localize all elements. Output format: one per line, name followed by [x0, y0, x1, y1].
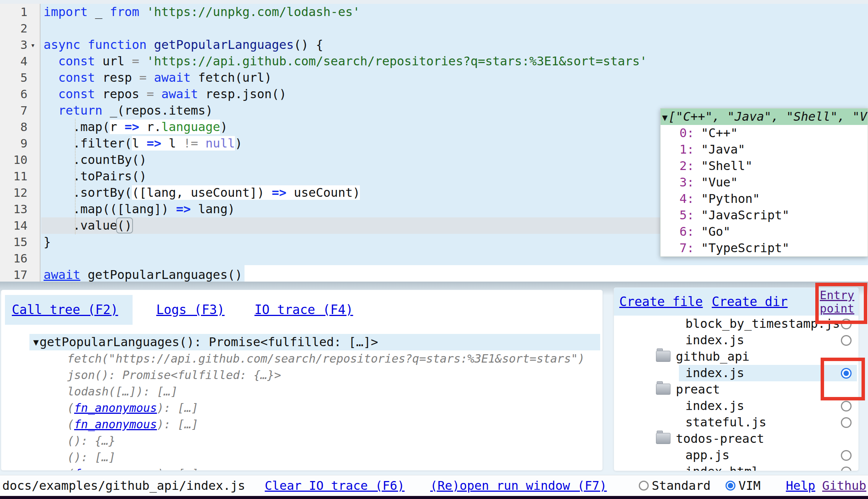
create-dir-button[interactable]: Create dir [712, 288, 788, 316]
line-number[interactable]: 11 [0, 168, 28, 185]
file-row-index.html[interactable]: index.html [614, 463, 858, 471]
code-token: const [58, 54, 95, 68]
line-number[interactable]: 9 [0, 135, 28, 152]
line-number[interactable]: 3 [0, 37, 28, 53]
value-inspector-header[interactable]: ▼["C++", "Java", "Shell", "V [661, 109, 868, 125]
call-tree-text: ( [67, 401, 74, 415]
code-line: const resp = await fetch(url) [41, 70, 868, 86]
line-number[interactable]: 16 [0, 250, 28, 267]
fold-marker-icon[interactable]: ▾ [31, 37, 38, 53]
mode-standard-option[interactable]: Standard [639, 475, 711, 496]
code-token: = [147, 87, 154, 101]
call-tree-row[interactable]: lodash([…]): […] [67, 383, 602, 400]
clear-io-trace-button[interactable]: Clear IO trace (F6) [265, 475, 405, 496]
status-bar: docs/examples/github_api/index.js Clear … [0, 475, 868, 496]
code-token [139, 5, 146, 19]
call-tree-row-selected[interactable]: ▼getPopularLanguages(): Promise<fulfille… [33, 334, 602, 350]
call-tree-text: ( [67, 418, 74, 431]
code-token: ) [235, 136, 242, 151]
code-token: 'https://api.github.com/search/repositor… [147, 54, 647, 68]
folder-row-todos-preact[interactable]: todos-preact [614, 431, 858, 447]
call-tree-row[interactable]: json(): Promise<fulfilled: {…}> [67, 367, 602, 383]
call-tree-row[interactable]: (): […] [67, 449, 602, 465]
code-token: return [58, 103, 103, 118]
line-number[interactable]: 8 [0, 119, 28, 135]
line-number[interactable]: 7 [0, 102, 28, 119]
call-tree-row[interactable]: (): {…} [67, 433, 602, 449]
code-token: from [110, 5, 139, 19]
tab-logs-f3-[interactable]: Logs (F3) [156, 295, 225, 325]
line-number[interactable]: 15 [0, 234, 28, 250]
file-row-stateful.js[interactable]: stateful.js [614, 414, 858, 431]
file-name: app.js [685, 448, 730, 462]
code-token: import [44, 5, 88, 19]
line-number[interactable]: 6 [0, 86, 28, 102]
array-value: "JavaScript" [694, 208, 789, 222]
entry-point-radio-button[interactable] [841, 417, 852, 428]
file-row-index.js[interactable]: index.js [614, 332, 858, 348]
fn-anonymous-link[interactable]: fn_anonymous [74, 467, 157, 471]
line-number[interactable]: 4 [0, 53, 28, 70]
code-line: async function getPopularLanguages() { [41, 37, 868, 53]
code-token: => [125, 120, 139, 134]
line-number[interactable]: 14 [0, 217, 28, 234]
help-link[interactable]: Help [786, 475, 815, 496]
call-tree-row[interactable]: fetch("https://api.github.com/search/rep… [67, 350, 602, 367]
bottom-dark-bar [0, 496, 868, 499]
code-token: .countBy() [44, 152, 147, 167]
line-number[interactable]: 17 [0, 267, 28, 282]
call-tree-row[interactable]: (fn_anonymous): […] [67, 400, 602, 416]
entry-point-radio-button[interactable] [841, 450, 852, 461]
fn-anonymous-link[interactable]: fn_anonymous [74, 418, 157, 431]
vim-radio-label: VIM [738, 478, 761, 493]
call-tree-text: fetch("https://api.github.com/search/rep… [67, 352, 585, 365]
array-preview: ["C++", "Java", "Shell", "V [668, 109, 867, 124]
entry-point-radio-button[interactable] [841, 467, 852, 471]
fn-anonymous-link[interactable]: fn_anonymous [74, 401, 157, 415]
line-number[interactable]: 1 [0, 4, 28, 20]
code-token: lang) [191, 202, 235, 216]
file-row-app.js[interactable]: app.js [614, 447, 858, 463]
expand-arrow-icon[interactable]: ▼ [33, 337, 39, 348]
array-value: "Shell" [694, 159, 753, 173]
code-line: import _ from 'https://unpkg.com/lodash-… [41, 4, 868, 20]
call-tree-root-label: getPopularLanguages(): Promise<fulfilled… [39, 335, 378, 349]
tab-io-trace-f4-[interactable]: IO trace (F4) [254, 295, 353, 325]
reopen-run-window-button[interactable]: (Re)open run window (F7) [430, 475, 607, 496]
array-value: "C++" [694, 126, 738, 140]
code-token: await [154, 70, 191, 85]
line-number[interactable]: 5 [0, 70, 28, 86]
collapse-arrow-icon[interactable]: ▼ [661, 112, 668, 123]
code-token: = [132, 54, 139, 68]
entry-point-radio-button[interactable] [841, 401, 852, 412]
create-file-button[interactable]: Create file [619, 288, 703, 316]
annotation-box-selected-radio [821, 358, 865, 400]
array-index: 6: [661, 224, 694, 240]
code-token [154, 87, 161, 101]
code-token: != [183, 136, 198, 151]
standard-radio-button[interactable] [639, 481, 649, 491]
line-number[interactable]: 13 [0, 201, 28, 217]
code-token: => [272, 185, 287, 200]
line-number[interactable]: 12 [0, 185, 28, 201]
code-token: 'https://unpkg.com/lodash-es' [147, 5, 360, 19]
file-name: todos-preact [676, 431, 764, 446]
array-index: 0: [661, 125, 694, 141]
call-tree-row[interactable]: (fn_anonymous): […] [67, 416, 602, 433]
code-token: language [161, 120, 220, 134]
line-number-gutter[interactable]: 123▾4567891011121314151617 [0, 4, 40, 282]
tab-call-tree-f2-[interactable]: Call tree (F2) [12, 295, 118, 325]
github-link[interactable]: Github [822, 475, 866, 496]
code-token [80, 37, 87, 52]
code-token: fetch(url) [191, 70, 272, 85]
call-tree-row[interactable]: (fn_anonymous): […] [67, 465, 602, 471]
mode-vim-option[interactable]: VIM [725, 475, 761, 496]
vim-radio-button[interactable] [725, 481, 735, 491]
entry-point-radio-button[interactable] [841, 335, 852, 346]
code-token: ) [220, 120, 227, 134]
line-number[interactable]: 10 [0, 152, 28, 168]
line-number[interactable]: 2 [0, 20, 28, 37]
code-token: r [110, 120, 125, 134]
inspector-array-item: 5:"JavaScript" [661, 207, 868, 224]
folder-icon [656, 384, 670, 395]
